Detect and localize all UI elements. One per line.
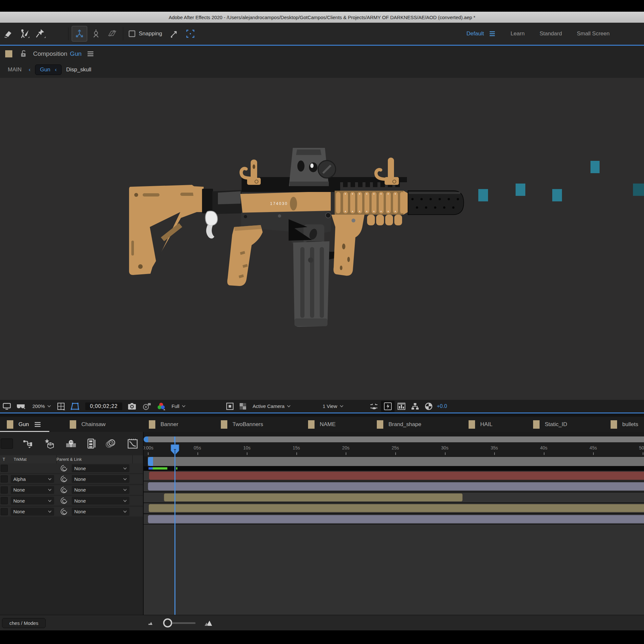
layer-row[interactable]: NoneNone: [0, 496, 143, 506]
timeline-zoom-slider[interactable]: [163, 618, 196, 627]
zoom-in-mountain-icon[interactable]: [204, 619, 214, 626]
comp-mini-flowchart-icon[interactable]: [20, 438, 36, 449]
view-layout-dropdown[interactable]: 1 View: [319, 401, 367, 411]
snap-region-icon[interactable]: [183, 26, 198, 41]
column-trkmat[interactable]: TrkMat: [14, 457, 27, 462]
tab-brand_shape[interactable]: Brand_shape: [377, 417, 421, 432]
tab-static_id[interactable]: Static_ID: [533, 417, 567, 432]
snapping-checkbox[interactable]: [128, 30, 136, 38]
trkmat-dropdown[interactable]: None: [11, 508, 54, 516]
layer-switch-box[interactable]: [1, 465, 8, 472]
column-t[interactable]: T: [3, 457, 5, 462]
tab-menu-icon[interactable]: [34, 422, 41, 427]
workspace-default[interactable]: Default: [467, 30, 511, 37]
layer-row[interactable]: NoneNone: [0, 485, 143, 495]
snap-arrow-icon[interactable]: [167, 26, 182, 41]
layer-duration-bar[interactable]: [148, 515, 644, 523]
timeline-button-icon[interactable]: [395, 401, 408, 412]
axis-world-icon[interactable]: [89, 26, 103, 41]
parent-link-dropdown[interactable]: None: [72, 464, 129, 472]
breadcrumb-disp-skull[interactable]: Disp_skull: [66, 66, 91, 73]
column-parent-link[interactable]: Parent & Link: [56, 457, 82, 462]
layer-switch-box[interactable]: [1, 508, 8, 515]
target-region-icon[interactable]: [223, 401, 236, 412]
axis-view-icon[interactable]: [105, 26, 120, 41]
layer-duration-bar[interactable]: [148, 482, 644, 491]
trkmat-dropdown[interactable]: None: [11, 497, 54, 505]
pickwhip-icon[interactable]: [60, 486, 68, 494]
brainstorm-icon[interactable]: [103, 438, 118, 449]
tab-twobanners[interactable]: TwoBanners: [221, 417, 263, 432]
timecode-display[interactable]: 0;00;02;22: [85, 402, 122, 410]
roto-brush-tool-icon[interactable]: [17, 26, 32, 41]
pickwhip-icon[interactable]: [60, 475, 68, 483]
playhead-marker[interactable]: [171, 444, 179, 455]
parent-link-dropdown[interactable]: None: [72, 486, 129, 494]
time-ruler[interactable]: 0:00s05s10s15s20s25s30s35s40s45s50s: [143, 442, 644, 456]
axis-local-icon[interactable]: [72, 26, 87, 42]
region-of-interest-icon[interactable]: [68, 401, 82, 412]
workspace-menu-icon[interactable]: [489, 31, 495, 36]
parent-link-dropdown[interactable]: None: [72, 508, 129, 516]
workspace-learn[interactable]: Learn: [510, 30, 539, 37]
pickwhip-icon[interactable]: [60, 508, 68, 516]
pickwhip-icon[interactable]: [60, 464, 68, 472]
layer-duration-bar[interactable]: [149, 504, 644, 512]
camera-view-dropdown[interactable]: Active Camera: [249, 401, 319, 411]
switches-modes-button[interactable]: ches / Modes: [2, 618, 46, 628]
puppet-pin-tool-icon[interactable]: [33, 26, 48, 41]
pickwhip-icon[interactable]: [60, 497, 68, 505]
playhead-line[interactable]: [174, 442, 175, 615]
resolution-dropdown[interactable]: Full: [168, 401, 223, 411]
time-navigator[interactable]: [143, 436, 644, 442]
channels-icon[interactable]: [154, 401, 168, 412]
layer-row[interactable]: NoneNone: [0, 507, 143, 517]
zoom-slider-knob[interactable]: [163, 618, 172, 627]
layer-duration-bar[interactable]: [149, 471, 644, 480]
layer-duration-bar[interactable]: [164, 493, 463, 502]
exposure-value[interactable]: +0.0: [437, 403, 447, 409]
trkmat-dropdown[interactable]: Alpha: [11, 475, 54, 483]
snapping-control[interactable]: Snapping: [128, 30, 162, 38]
transparency-grid-icon[interactable]: [236, 401, 249, 412]
tab-chainsaw[interactable]: Chainsaw: [70, 417, 106, 432]
tab-bullets[interactable]: bullets: [611, 417, 638, 432]
breadcrumb-main[interactable]: MAIN: [8, 66, 22, 73]
zoom-out-mountain-icon[interactable]: [148, 620, 155, 626]
parent-link-dropdown[interactable]: None: [72, 475, 129, 483]
breadcrumb-active-pill[interactable]: Gun ‹: [35, 65, 62, 75]
parent-link-dropdown[interactable]: None: [72, 497, 129, 505]
pixel-aspect-icon[interactable]: [367, 401, 381, 412]
layer-row[interactable]: None: [0, 463, 143, 473]
eraser-tool-icon[interactable]: [1, 26, 16, 41]
3d-glasses-icon[interactable]: [14, 401, 28, 412]
snapshot-camera-icon[interactable]: [125, 401, 139, 412]
workspace-small-screen[interactable]: Small Screen: [577, 30, 625, 37]
show-snapshot-icon[interactable]: [139, 401, 154, 412]
draft-3d-icon[interactable]: [42, 438, 58, 449]
grid-options-icon[interactable]: [54, 401, 68, 412]
exposure-icon[interactable]: [422, 401, 435, 412]
frame-blending-icon[interactable]: [63, 438, 79, 449]
tab-hail[interactable]: HAIL: [469, 417, 493, 432]
search-box-stub[interactable]: [1, 438, 13, 449]
composition-viewport[interactable]: 174030: [0, 78, 644, 400]
panel-menu-icon[interactable]: [87, 51, 94, 57]
fast-previews-icon[interactable]: [381, 401, 395, 412]
layer-switch-box[interactable]: [1, 486, 8, 494]
tab-gun[interactable]: Gun: [7, 417, 41, 432]
column-divider[interactable]: [132, 455, 133, 463]
monitor-icon[interactable]: [0, 401, 14, 412]
panel-divider[interactable]: [143, 432, 144, 615]
work-area-start-handle[interactable]: [148, 457, 153, 466]
graph-editor-icon[interactable]: [125, 438, 141, 449]
tab-name[interactable]: NAME: [308, 417, 336, 432]
magnification-dropdown[interactable]: 200%: [29, 401, 54, 411]
trkmat-dropdown[interactable]: None: [11, 486, 54, 494]
navigator-start-handle[interactable]: [144, 436, 148, 442]
tab-banner[interactable]: Banner: [149, 417, 178, 432]
work-area-bar[interactable]: [148, 457, 644, 466]
flowchart-button-icon[interactable]: [408, 401, 422, 412]
column-divider[interactable]: [56, 455, 57, 463]
unlock-icon[interactable]: [19, 49, 27, 58]
